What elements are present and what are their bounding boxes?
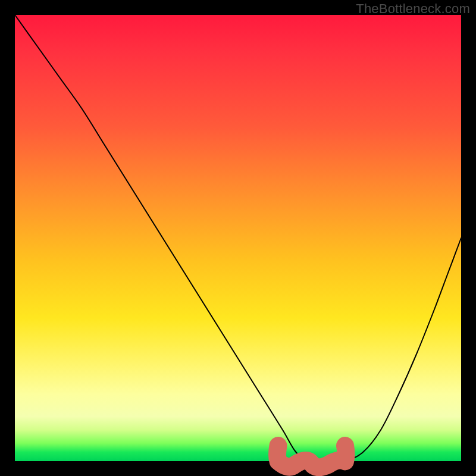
plot-area bbox=[15, 15, 461, 461]
watermark-text: TheBottleneck.com bbox=[356, 1, 470, 17]
chart-frame: TheBottleneck.com bbox=[0, 0, 476, 476]
optimal-range-marker bbox=[15, 15, 461, 461]
marker-path bbox=[277, 446, 346, 467]
